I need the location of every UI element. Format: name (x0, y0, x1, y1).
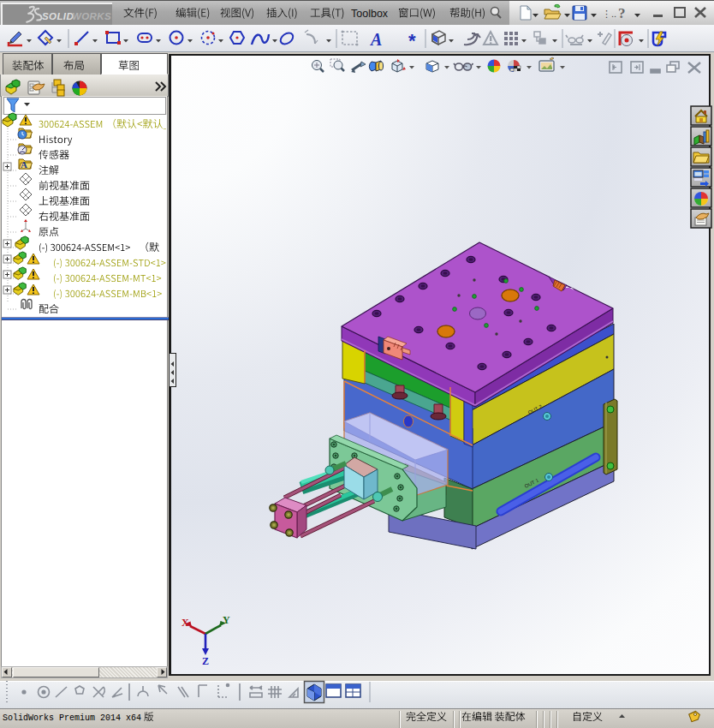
svg-text:SolidWorks Premium 2014 x64: SolidWorks Premium 2014 x64 (3, 713, 141, 723)
svg-text:⋮..: ⋮.. (602, 9, 616, 19)
svg-text:A: A (369, 30, 382, 49)
svg-text:A: A (21, 159, 27, 170)
svg-text:Y: Y (223, 614, 230, 626)
svg-text:X: X (181, 617, 189, 629)
svg-text:WORKS: WORKS (72, 11, 111, 21)
svg-text:SOLID: SOLID (42, 11, 74, 21)
svg-text:?: ? (618, 5, 626, 21)
svg-text:*: * (408, 30, 416, 51)
svg-text:Toolbox: Toolbox (351, 8, 389, 20)
svg-text:Z: Z (202, 655, 209, 667)
